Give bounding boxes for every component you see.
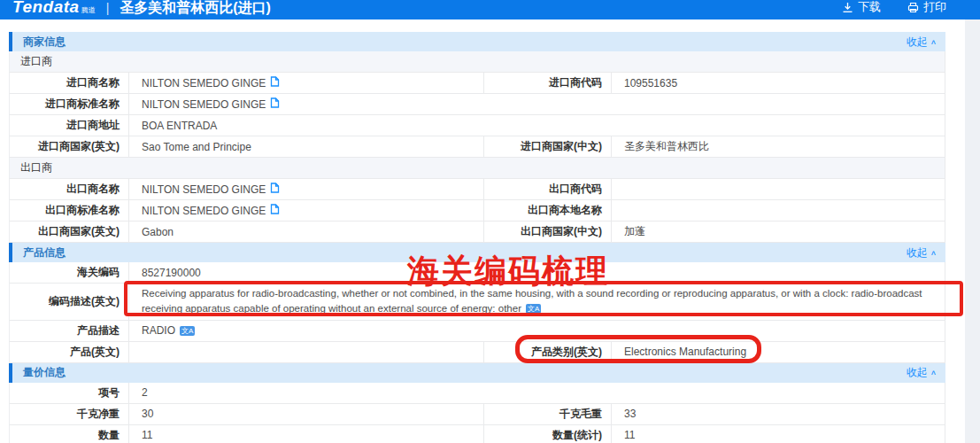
field-label: 进口商标准名称 (10, 94, 129, 114)
field-value: 11 (612, 425, 945, 443)
company-link-icon[interactable] (270, 183, 280, 196)
field-value: 2 (129, 383, 945, 403)
title-separator: | (106, 1, 110, 15)
field-row: 进口商地址BOA ENTRADA (9, 115, 945, 136)
field-label: 编码描述(英文) (10, 284, 129, 320)
sections: 商家信息收起∧进口商进口商名称NILTON SEMEDO GINGE进口商代码1… (9, 32, 945, 443)
field-label: 项号 (10, 383, 129, 403)
field-value: 8527190000 (129, 262, 945, 283)
page: Tendata 腾道 | 圣多美和普林西比(进口) 下载 打印 (0, 0, 980, 443)
field-label: 出口商本地名称 (483, 200, 612, 221)
field-value: BOA ENTRADA (129, 115, 945, 136)
field-value: 109551635 (612, 73, 945, 93)
chevron-up-icon: ∧ (930, 369, 937, 377)
company-link-icon[interactable] (270, 204, 280, 217)
field-label: 产品类别(英文) (483, 342, 612, 362)
collapse-button[interactable]: 收起∧ (907, 245, 937, 260)
field-row: 进口商名称NILTON SEMEDO GINGE进口商代码109551635 (9, 73, 945, 94)
tendata-logo: Tendata (12, 0, 80, 17)
field-label: 数量 (10, 425, 129, 443)
top-bar: Tendata 腾道 | 圣多美和普林西比(进口) 下载 打印 (0, 0, 980, 19)
field-value: 11 (129, 425, 483, 443)
company-link-icon[interactable] (270, 97, 280, 111)
section-header: 产品信息收起∧ (9, 243, 945, 262)
field-value: NILTON SEMEDO GINGE (129, 73, 483, 93)
field-label: 数量(统计) (483, 425, 612, 443)
section-title: 商家信息 (23, 35, 66, 50)
collapse-label: 收起 (907, 365, 928, 380)
download-button[interactable]: 下载 (842, 0, 881, 15)
field-value: RADIO文A (129, 321, 945, 341)
field-value: Gabon (129, 222, 483, 242)
field-row: 进口商国家(英文)Sao Tome and Principe进口商国家(中文)圣… (9, 136, 945, 158)
field-row: 数量11数量(统计)11 (9, 425, 945, 443)
field-value: Electronics Manufacturing (612, 342, 945, 362)
field-value (612, 200, 945, 221)
field-label: 出口商代码 (483, 179, 612, 199)
tendata-logo-cn: 腾道 (81, 5, 96, 15)
field-row: 项号2 (9, 383, 945, 404)
print-button[interactable]: 打印 (907, 0, 946, 15)
field-row: 出口商名称NILTON SEMEDO GINGE出口商代码 (9, 179, 945, 200)
collapse-label: 收起 (907, 245, 928, 260)
section-title: 量价信息 (23, 365, 66, 380)
field-label: 出口商名称 (10, 179, 129, 199)
collapse-label: 收起 (907, 35, 928, 50)
group-subheader-row: 出口商 (9, 158, 945, 179)
field-row: 出口商国家(英文)Gabon出口商国家(中文)加蓬 (9, 222, 945, 243)
top-toolbar: 下载 打印 (842, 0, 946, 15)
print-icon (907, 2, 919, 13)
section-header: 量价信息收起∧ (9, 363, 945, 383)
group-subheader-row: 进口商 (9, 51, 945, 73)
field-label: 出口商国家(英文) (10, 222, 129, 242)
field-label: 千克毛重 (483, 404, 612, 424)
page-title: 圣多美和普林西比(进口) (120, 0, 271, 18)
chevron-up-icon: ∧ (930, 249, 937, 257)
company-link-icon[interactable] (270, 76, 280, 89)
field-value (129, 342, 483, 362)
section-header: 商家信息收起∧ (9, 32, 945, 51)
field-value: Receiving apparatus for radio-broadcasti… (129, 284, 945, 320)
field-row: 产品描述RADIO文A (9, 321, 945, 342)
translate-icon[interactable]: 文A (180, 326, 195, 336)
field-value: NILTON SEMEDO GINGE (129, 179, 483, 199)
field-value: 加蓬 (612, 222, 945, 242)
field-label: 进口商地址 (10, 115, 129, 136)
field-row: 千克净重30千克毛重33 (9, 404, 945, 425)
field-row: 海关编码8527190000 (9, 262, 945, 284)
brand: Tendata 腾道 | 圣多美和普林西比(进口) (12, 0, 271, 18)
field-value: NILTON SEMEDO GINGE (129, 200, 483, 221)
field-label: 进口商代码 (483, 73, 612, 93)
field-value: Sao Tome and Principe (129, 136, 483, 157)
collapse-button[interactable]: 收起∧ (907, 35, 937, 50)
download-label: 下载 (858, 0, 881, 15)
field-row: 进口商标准名称NILTON SEMEDO GINGE (9, 94, 945, 115)
download-icon (842, 2, 853, 13)
field-label: 产品描述 (10, 321, 129, 341)
field-label: 海关编码 (10, 262, 129, 283)
field-label: 出口商标准名称 (10, 200, 129, 221)
field-label: 产品(英文) (10, 342, 129, 362)
field-row: 编码描述(英文)Receiving apparatus for radio-br… (9, 284, 945, 321)
translate-icon[interactable]: 文A (526, 304, 541, 314)
print-label: 打印 (923, 0, 946, 15)
field-value: 30 (129, 404, 483, 424)
field-label: 进口商国家(英文) (10, 136, 129, 157)
field-label: 出口商国家(中文) (483, 222, 612, 242)
field-label: 进口商国家(中文) (483, 136, 612, 157)
field-value (612, 179, 945, 199)
field-label: 千克净重 (10, 404, 129, 424)
field-label: 进口商名称 (10, 73, 129, 93)
field-value: 圣多美和普林西比 (612, 136, 945, 157)
field-value: NILTON SEMEDO GINGE (129, 94, 945, 114)
field-row: 出口商标准名称NILTON SEMEDO GINGE出口商本地名称 (9, 200, 945, 222)
chevron-up-icon: ∧ (930, 38, 937, 46)
field-row: 产品(英文)产品类别(英文)Electronics Manufacturing (9, 342, 945, 363)
right-gutter (965, 19, 980, 443)
section-title: 产品信息 (23, 245, 66, 260)
field-value: 33 (612, 404, 945, 424)
collapse-button[interactable]: 收起∧ (907, 365, 937, 380)
